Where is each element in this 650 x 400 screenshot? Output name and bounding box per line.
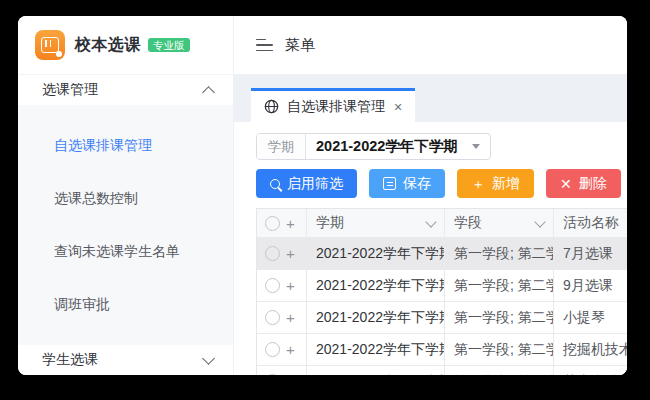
chevron-up-icon <box>202 86 215 99</box>
add-button[interactable]: ＋ 新增 <box>457 169 534 198</box>
sidebar-group-label: 学生选课 <box>42 351 98 369</box>
table-header-row: + 学期 学段 活动名称 <box>257 209 627 238</box>
sidebar-item-label: 选课总数控制 <box>54 190 138 208</box>
topbar: 菜单 <box>234 16 627 75</box>
row-term-cell: 2021-2022学年下学期 <box>307 270 445 301</box>
row-term-cell: 2021-2022学年下学期 <box>307 302 445 333</box>
menu-label: 菜单 <box>285 36 315 55</box>
expand-plus-icon[interactable]: + <box>286 216 295 231</box>
term-filter-label: 学期 <box>257 134 306 159</box>
radio-icon[interactable] <box>265 374 280 375</box>
radio-icon[interactable] <box>265 310 280 325</box>
sidebar-group-student-selection[interactable]: 学生选课 <box>18 345 233 375</box>
term-filter: 学期 2021-2022学年下学期 <box>256 133 491 160</box>
tab-strip: 自选课排课管理 × <box>234 75 627 122</box>
radio-icon[interactable] <box>265 246 280 261</box>
toolbar: 启用筛选 保存 ＋ 新增 ✕ 删除 清空 <box>256 169 627 198</box>
globe-icon <box>264 99 279 114</box>
app-window: 校本选课 专业版 选课管理 自选课排课管理 选课总数控制 查询未选课学生名单 调… <box>18 16 627 375</box>
row-stage-cell: 第一学段; 第二学段 <box>445 334 554 365</box>
sidebar-group-label: 选课管理 <box>42 81 98 99</box>
expand-plus-icon[interactable]: + <box>286 374 295 375</box>
header-term[interactable]: 学期 <box>307 209 445 237</box>
table-row[interactable]: + 2021-2022学年下学期 第一学段; 第二学段 艺术类选课 <box>257 366 627 375</box>
button-label: 新增 <box>492 175 520 193</box>
pro-badge: 专业版 <box>148 38 190 53</box>
save-button[interactable]: 保存 <box>369 169 445 198</box>
row-term-cell: 2021-2022学年下学期 <box>307 366 445 375</box>
chevron-down-icon[interactable] <box>425 216 436 227</box>
tab-label: 自选课排课管理 <box>287 98 385 116</box>
table-row[interactable]: + 2021-2022学年下学期 第一学段; 第二学段 7月选课 <box>257 238 627 270</box>
button-label: 启用筛选 <box>287 175 343 193</box>
table-row[interactable]: + 2021-2022学年下学期 第一学段; 第二学段 挖掘机技术 <box>257 334 627 366</box>
button-label: 删除 <box>579 175 607 193</box>
expand-plus-icon[interactable]: + <box>286 246 295 261</box>
row-selector-cell: + <box>257 366 307 375</box>
column-label: 活动名称 <box>563 214 619 232</box>
table-row[interactable]: + 2021-2022学年下学期 第一学段; 第二学段 小提琴 <box>257 302 627 334</box>
chevron-down-icon <box>202 352 215 365</box>
row-selector-cell: + <box>257 334 307 365</box>
column-label: 学期 <box>316 214 344 232</box>
table-row[interactable]: + 2021-2022学年下学期 第一学段; 第二学段 9月选课 <box>257 270 627 302</box>
sidebar-item-unselected-students[interactable]: 查询未选课学生名单 <box>18 225 233 278</box>
sidebar-item-elective-scheduling[interactable]: 自选课排课管理 <box>18 119 233 172</box>
content-panel: 学期 2021-2022学年下学期 启用筛选 保存 ＋ 新增 <box>234 122 627 375</box>
radio-icon[interactable] <box>265 216 280 231</box>
delete-button[interactable]: ✕ 删除 <box>546 169 621 198</box>
row-stage-cell: 第一学段; 第二学段 <box>445 302 554 333</box>
row-stage-cell: 第一学段; 第二学段 <box>445 270 554 301</box>
sidebar-item-label: 查询未选课学生名单 <box>54 243 180 261</box>
menu-fold-icon[interactable] <box>256 39 273 52</box>
screenshot-root: { "app": { "title": "校本选课", "badge": "专业… <box>0 0 650 400</box>
radio-icon[interactable] <box>265 342 280 357</box>
sidebar-group-course-management[interactable]: 选课管理 <box>18 75 233 105</box>
app-title: 校本选课 <box>75 35 141 56</box>
sidebar-item-class-transfer-approval[interactable]: 调班审批 <box>18 278 233 331</box>
save-icon <box>383 177 396 190</box>
tab-elective-scheduling[interactable]: 自选课排课管理 × <box>251 88 415 122</box>
sidebar: 校本选课 专业版 选课管理 自选课排课管理 选课总数控制 查询未选课学生名单 调… <box>18 16 234 375</box>
header-stage[interactable]: 学段 <box>445 209 554 237</box>
sidebar-submenu: 自选课排课管理 选课总数控制 查询未选课学生名单 调班审批 <box>18 105 233 345</box>
app-logo-icon <box>35 30 65 60</box>
column-label: 学段 <box>454 214 482 232</box>
term-select[interactable]: 2021-2022学年下学期 <box>306 134 490 159</box>
row-activity-cell: 9月选课 <box>554 270 627 301</box>
chevron-down-icon[interactable] <box>534 216 545 227</box>
data-table: + 学期 学段 活动名称 + <box>256 208 627 375</box>
row-term-cell: 2021-2022学年下学期 <box>307 334 445 365</box>
row-stage-cell: 第一学段; 第二学段 <box>445 366 554 375</box>
logo-row: 校本选课 专业版 <box>18 16 233 75</box>
sidebar-item-label: 自选课排课管理 <box>54 137 152 155</box>
sidebar-item-total-control[interactable]: 选课总数控制 <box>18 172 233 225</box>
term-select-value: 2021-2022学年下学期 <box>316 137 458 156</box>
row-stage-cell: 第一学段; 第二学段 <box>445 238 554 269</box>
radio-icon[interactable] <box>265 278 280 293</box>
enable-filter-button[interactable]: 启用筛选 <box>256 169 357 198</box>
row-selector-cell: + <box>257 302 307 333</box>
row-activity-cell: 挖掘机技术 <box>554 334 627 365</box>
main-area: 菜单 自选课排课管理 × 学期 2021-2022学年下学期 <box>234 16 627 375</box>
search-icon <box>270 179 280 189</box>
row-activity-cell: 艺术类选课 <box>554 366 627 375</box>
button-label: 保存 <box>403 175 431 193</box>
expand-plus-icon[interactable]: + <box>286 342 295 357</box>
row-term-cell: 2021-2022学年下学期 <box>307 238 445 269</box>
header-activity[interactable]: 活动名称 <box>554 209 627 237</box>
row-activity-cell: 小提琴 <box>554 302 627 333</box>
row-activity-cell: 7月选课 <box>554 238 627 269</box>
close-icon: ✕ <box>560 177 572 191</box>
header-selector-cell: + <box>257 209 307 237</box>
expand-plus-icon[interactable]: + <box>286 278 295 293</box>
row-selector-cell: + <box>257 270 307 301</box>
tab-close-icon[interactable]: × <box>394 100 402 114</box>
plus-icon: ＋ <box>471 177 485 191</box>
row-selector-cell: + <box>257 238 307 269</box>
sidebar-item-label: 调班审批 <box>54 296 110 314</box>
expand-plus-icon[interactable]: + <box>286 310 295 325</box>
caret-down-icon <box>472 144 480 149</box>
